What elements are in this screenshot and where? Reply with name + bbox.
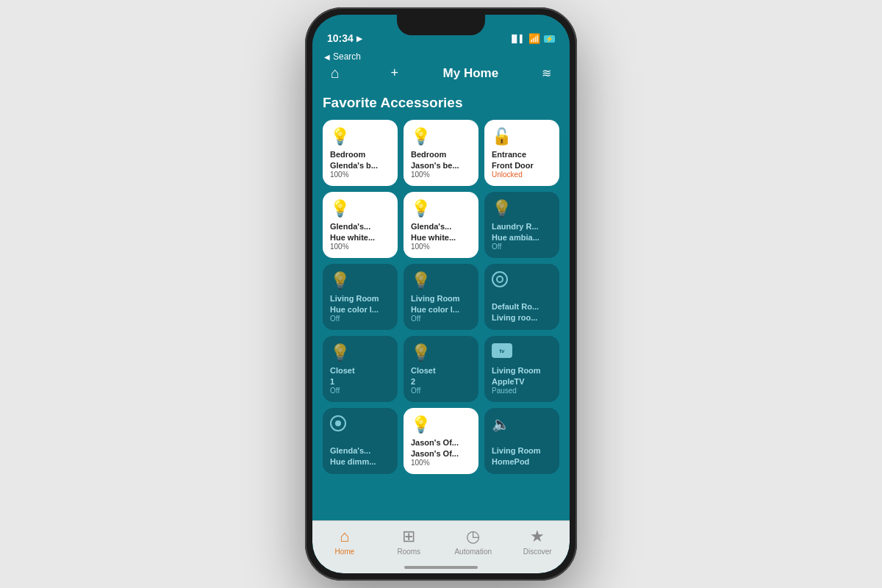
bulb-icon-7: 💡 xyxy=(330,271,390,290)
tile-glenda-hue2[interactable]: 💡 Glenda's...Hue white... 100% xyxy=(404,192,478,258)
tab-rooms[interactable]: ⊞ Rooms xyxy=(377,527,442,556)
tile-label-3: EntranceFront Door xyxy=(492,149,552,171)
homepod-icon: 🔈 xyxy=(492,415,552,433)
tile-closet1[interactable]: 💡 Closet1 Off xyxy=(323,336,398,402)
tile-bedroom-glenda[interactable]: 💡 BedroomGlenda's b... 100% xyxy=(323,120,398,186)
signal-icon: ▐▌▌ xyxy=(509,35,525,43)
bulb-icon-11: 💡 xyxy=(411,343,471,362)
tab-home[interactable]: ⌂ Home xyxy=(312,527,377,556)
accessories-grid: 💡 BedroomGlenda's b... 100% 💡 BedroomJas… xyxy=(323,120,559,474)
tile-label-14: Jason's Of...Jason's Of... xyxy=(411,437,471,459)
tile-jason-office[interactable]: 💡 Jason's Of...Jason's Of... 100% xyxy=(404,408,478,474)
tile-default-scene[interactable]: Default Ro...Living roo... xyxy=(484,264,559,330)
nav-bar: ⌂ + My Home ≋ xyxy=(324,65,558,82)
tile-label-10: Closet1 xyxy=(330,365,390,387)
home-nav-icon[interactable]: ⌂ xyxy=(324,65,346,82)
tile-label-5: Glenda's...Hue white... xyxy=(411,221,471,243)
discover-tab-label: Discover xyxy=(523,548,552,556)
battery-icon: ⚡ xyxy=(544,35,555,43)
bulb-icon-8: 💡 xyxy=(411,271,471,290)
bulb-icon-4: 💡 xyxy=(330,199,390,218)
section-title: Favorite Accessories xyxy=(323,95,559,111)
bulb-icon-10: 💡 xyxy=(330,343,390,362)
tile-status-8: Off xyxy=(411,315,471,323)
tile-entrance-door[interactable]: 🔓 EntranceFront Door Unlocked xyxy=(484,120,559,186)
tile-living-hue2[interactable]: 💡 Living RoomHue color l... Off xyxy=(404,264,478,330)
bulb-icon-14: 💡 xyxy=(411,415,471,434)
rooms-tab-label: Rooms xyxy=(397,548,420,556)
tile-label-8: Living RoomHue color l... xyxy=(411,293,471,315)
tile-closet2[interactable]: 💡 Closet2 Off xyxy=(404,336,478,402)
tile-label-13: Glenda's...Hue dimm... xyxy=(330,445,390,467)
tile-status-7: Off xyxy=(330,315,390,323)
tile-status-11: Off xyxy=(411,387,471,395)
back-chevron: ◀ xyxy=(324,53,330,61)
tile-status-10: Off xyxy=(330,387,390,395)
tile-status-3: Unlocked xyxy=(492,171,552,179)
lock-icon: 🔓 xyxy=(492,127,552,146)
search-label[interactable]: Search xyxy=(333,51,361,62)
tile-glenda-hue1[interactable]: 💡 Glenda's...Hue white... 100% xyxy=(323,192,398,258)
home-tab-icon: ⌂ xyxy=(340,527,349,546)
tile-label-6: Laundry R...Hue ambia... xyxy=(492,221,552,243)
bulb-icon-1: 💡 xyxy=(330,127,390,146)
app-header: ◀ Search ⌂ + My Home ≋ xyxy=(312,47,570,87)
bulb-icon-6: 💡 xyxy=(492,199,552,218)
tab-automation[interactable]: ◷ Automation xyxy=(441,527,506,556)
tile-status-1: 100% xyxy=(330,171,390,179)
add-icon[interactable]: + xyxy=(384,65,406,81)
tile-label-2: BedroomJason's be... xyxy=(411,149,471,171)
app-title: My Home xyxy=(443,66,499,81)
tile-status-14: 100% xyxy=(411,459,471,467)
tile-label-1: BedroomGlenda's b... xyxy=(330,149,390,171)
bulb-icon-2: 💡 xyxy=(411,127,471,146)
tile-status-6: Off xyxy=(492,243,552,251)
tile-appletv[interactable]: tv Living RoomAppleTV Paused xyxy=(484,336,559,402)
tile-status-12: Paused xyxy=(492,387,552,395)
phone-frame: 10:34 ▶ ▐▌▌ 📶 ⚡ ◀ Search ⌂ + My Home ≋ xyxy=(305,7,577,581)
home-indicator xyxy=(404,566,478,569)
location-icon: ▶ xyxy=(356,35,362,43)
tile-status-5: 100% xyxy=(411,243,471,251)
tile-label-7: Living RoomHue color l... xyxy=(330,293,390,315)
tile-bedroom-jason[interactable]: 💡 BedroomJason's be... 100% xyxy=(404,120,478,186)
tile-homepod[interactable]: 🔈 Living RoomHomePod xyxy=(484,408,559,474)
tile-label-15: Living RoomHomePod xyxy=(492,445,552,467)
home-tab-label: Home xyxy=(334,548,354,556)
bottom-nav: ⌂ Home ⊞ Rooms ◷ Automation ★ Discover xyxy=(312,520,570,573)
voice-icon[interactable]: ≋ xyxy=(536,66,558,80)
tile-status-4: 100% xyxy=(330,243,390,251)
tile-living-hue1[interactable]: 💡 Living RoomHue color l... Off xyxy=(323,264,398,330)
appletv-icon: tv xyxy=(492,343,512,358)
bulb-icon-5: 💡 xyxy=(411,199,471,218)
phone-screen: 10:34 ▶ ▐▌▌ 📶 ⚡ ◀ Search ⌂ + My Home ≋ xyxy=(312,15,570,573)
tile-status-2: 100% xyxy=(411,171,471,179)
notch xyxy=(397,15,485,35)
dimmer-icon xyxy=(330,415,346,431)
tile-label-11: Closet2 xyxy=(411,365,471,387)
discover-tab-icon: ★ xyxy=(530,527,545,546)
tile-label-12: Living RoomAppleTV xyxy=(492,365,552,387)
tile-label-9: Default Ro...Living roo... xyxy=(492,301,552,323)
wifi-icon: 📶 xyxy=(528,33,540,44)
automation-tab-label: Automation xyxy=(454,548,492,556)
tab-discover[interactable]: ★ Discover xyxy=(506,527,570,556)
automation-tab-icon: ◷ xyxy=(466,527,480,546)
time-display: 10:34 xyxy=(327,32,354,44)
main-content: Favorite Accessories 💡 BedroomGlenda's b… xyxy=(312,87,570,537)
search-bar-row[interactable]: ◀ Search xyxy=(324,51,558,62)
tile-label-4: Glenda's...Hue white... xyxy=(330,221,390,243)
rooms-tab-icon: ⊞ xyxy=(402,527,415,546)
scene-icon xyxy=(492,271,508,287)
tile-laundry-hue[interactable]: 💡 Laundry R...Hue ambia... Off xyxy=(484,192,559,258)
status-icons: ▐▌▌ 📶 ⚡ xyxy=(509,33,555,44)
tile-glenda-dimmer[interactable]: Glenda's...Hue dimm... xyxy=(323,408,398,474)
